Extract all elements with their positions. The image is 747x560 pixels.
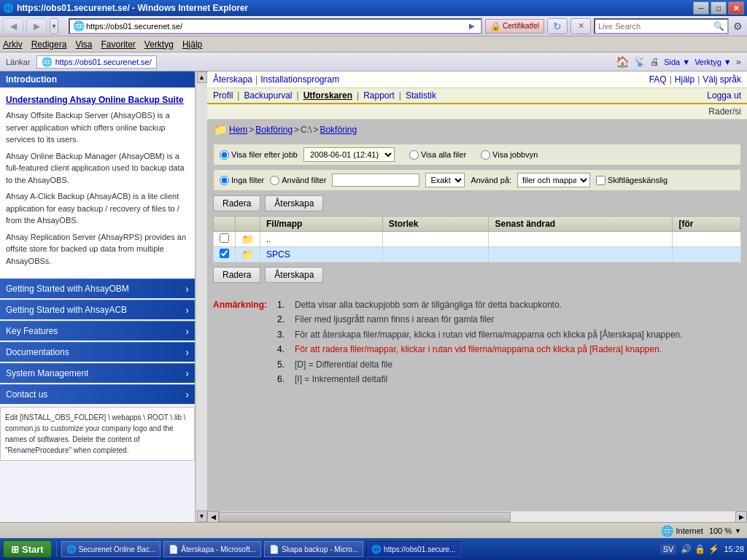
taskbar-icon-obs: 🌐 bbox=[371, 545, 382, 554]
maximize-button[interactable]: □ bbox=[711, 1, 727, 15]
job-date-select[interactable]: 2008-06-01 (12:41) bbox=[303, 147, 395, 162]
view-by-job-radio[interactable]: Visa filer efter jobb bbox=[220, 150, 298, 160]
menu-arkiv[interactable]: Arkiv bbox=[3, 39, 23, 50]
scroll-thumb[interactable] bbox=[219, 512, 511, 522]
no-filter-radio[interactable]: Inga filter bbox=[220, 176, 264, 185]
nav-hjalp[interactable]: Hjälp bbox=[675, 74, 694, 85]
nav-installationsprogram[interactable]: Installationsprogram bbox=[260, 74, 339, 85]
tab-backupurval[interactable]: Backupurval bbox=[244, 90, 292, 101]
row1-modified bbox=[489, 232, 673, 247]
nav-dropdown[interactable]: ▼ bbox=[50, 18, 58, 34]
case-sensitive-check[interactable]: Skiftlägeskänslig bbox=[596, 176, 667, 185]
menu-verktyg[interactable]: Verktyg bbox=[144, 39, 174, 50]
sidebar-getting-started-obm[interactable]: Getting Started with AhsayOBM › bbox=[0, 279, 195, 298]
tools-icon-btn[interactable]: Verktyg ▼ bbox=[694, 58, 732, 66]
menu-redigera[interactable]: Redigera bbox=[31, 39, 67, 50]
delete-button-1[interactable]: Radera bbox=[213, 195, 260, 211]
forward-button[interactable]: ▶ bbox=[26, 18, 47, 34]
logout-link[interactable]: Logga ut bbox=[707, 90, 741, 101]
row1-checkbox[interactable] bbox=[214, 232, 236, 247]
top-nav: Återskapa | Installationsprogram FAQ | H… bbox=[207, 71, 747, 88]
view-all-files-radio[interactable]: Visa alla filer bbox=[409, 150, 466, 160]
col-file-header[interactable]: Fil/mapp bbox=[260, 217, 383, 232]
close-button[interactable]: ✕ bbox=[728, 1, 744, 15]
spcs-link[interactable]: SPCS bbox=[266, 249, 290, 260]
menu-favoriter[interactable]: Favoriter bbox=[101, 39, 136, 50]
breadcrumb-bokforing2[interactable]: Bokföring bbox=[320, 125, 357, 135]
use-filter-radio[interactable]: Använd filter bbox=[270, 176, 326, 185]
print-icon[interactable]: 🖨 bbox=[650, 56, 659, 67]
address-go-btn[interactable]: ▶ bbox=[466, 22, 478, 30]
scroll-right-btn[interactable]: ▶ bbox=[735, 511, 747, 523]
sidebar-understanding-link[interactable]: Understanding Ahsay Online Backup Suite bbox=[6, 93, 189, 106]
cert-area: 🔒 Certifikatfel bbox=[485, 19, 544, 34]
address-input[interactable] bbox=[86, 22, 466, 31]
taskbar-btn-securenet[interactable]: 🌐 Securenet Online Bac... bbox=[61, 541, 161, 557]
sidebar-key-features[interactable]: Key Features › bbox=[0, 321, 195, 341]
sidebar-scroll-down[interactable]: ▼ bbox=[197, 510, 207, 522]
taskbar-label-securenet: Securenet Online Bac... bbox=[79, 545, 156, 553]
sidebar-scroll-up[interactable]: ▲ bbox=[197, 71, 207, 83]
sidebar-getting-started-acb[interactable]: Getting Started with AhsayACB › bbox=[0, 300, 195, 319]
taskbar-right: SV 🔊 🔒 ⚡ 15:28 bbox=[660, 544, 744, 554]
breadcrumb-bokforing1[interactable]: Bokföring bbox=[255, 125, 293, 135]
home-icon[interactable]: 🏠 bbox=[616, 55, 630, 69]
view-all-label: Visa alla filer bbox=[421, 150, 466, 159]
restore-button-1[interactable]: Återskapa bbox=[265, 195, 323, 211]
note-1: 1. Detta visar alla backupjobb som är ti… bbox=[277, 298, 683, 312]
toolbar-options-button[interactable]: ⚙ bbox=[732, 19, 744, 34]
search-input[interactable] bbox=[598, 22, 713, 31]
scroll-track bbox=[219, 512, 735, 522]
zoom-dropdown[interactable]: ▼ bbox=[735, 527, 741, 534]
links-bar-url[interactable]: 🌐 https://obs01.securenet.se/ bbox=[36, 55, 157, 69]
status-zoom[interactable]: 100 % ▼ bbox=[709, 526, 741, 535]
delete-button-2[interactable]: Radera bbox=[213, 267, 260, 283]
menu-hjalp[interactable]: Hjälp bbox=[182, 39, 202, 50]
refresh-button[interactable]: ↻ bbox=[547, 18, 568, 34]
rss-icon[interactable]: 📡 bbox=[634, 56, 646, 67]
links-label: Länkar bbox=[6, 58, 31, 66]
filter-type-select[interactable]: Exakt bbox=[425, 173, 465, 187]
breadcrumb-hem[interactable]: Hem bbox=[229, 125, 247, 135]
content-area: Återskapa | Installationsprogram FAQ | H… bbox=[207, 71, 747, 522]
nav-faq[interactable]: FAQ bbox=[649, 74, 667, 85]
sidebar-introduction-header[interactable]: Introduction bbox=[0, 71, 195, 88]
tab-profil[interactable]: Profil bbox=[213, 90, 233, 101]
col-modified-header[interactable]: Senast ändrad bbox=[489, 217, 673, 232]
cert-button[interactable]: 🔒 Certifikatfel bbox=[485, 19, 544, 34]
col-size-header[interactable]: Storlek bbox=[382, 217, 489, 232]
tab-sep2: | bbox=[297, 90, 299, 101]
scroll-left-btn[interactable]: ◀ bbox=[207, 511, 219, 523]
tab-statistik[interactable]: Statistik bbox=[406, 90, 436, 101]
breadcrumb: 📁 Hem > Bokföring > C:\ > Bokföring bbox=[207, 120, 747, 139]
minimize-button[interactable]: ─ bbox=[693, 1, 709, 15]
back-button[interactable]: ◀ bbox=[3, 18, 23, 34]
tab-rapport[interactable]: Rapport bbox=[363, 90, 395, 101]
menu-visa[interactable]: Visa bbox=[75, 39, 92, 50]
restore-button-2[interactable]: Återskapa bbox=[265, 267, 323, 283]
taskbar-btn-aterskapa[interactable]: 📄 Återskapa - Microsoft... bbox=[163, 541, 261, 557]
sidebar-contact-us[interactable]: Contact us › bbox=[0, 384, 195, 404]
page-icon-btn[interactable]: Sida ▼ bbox=[664, 58, 690, 66]
stop-button[interactable]: ✕ bbox=[570, 18, 591, 34]
sidebar-text-obs: Ahsay Offsite Backup Server (AhsayOBS) i… bbox=[6, 109, 189, 146]
notes-list: 1. Detta visar alla backupjobb som är ti… bbox=[277, 298, 683, 386]
nav-aterskapa[interactable]: Återskapa bbox=[213, 74, 252, 85]
apply-to-select[interactable]: filer och mappar bbox=[517, 173, 590, 187]
sidebar-system-management[interactable]: System Management › bbox=[0, 363, 195, 383]
expand-icon[interactable]: » bbox=[736, 56, 741, 67]
sidebar-text-acb: Ahsay A-Click Backup (AhsayACB) is a lit… bbox=[6, 190, 189, 227]
sidebar-documentations[interactable]: Documentations › bbox=[0, 342, 195, 362]
view-job-radio[interactable]: Visa jobbvyn bbox=[481, 150, 538, 160]
taskbar-btn-skapa[interactable]: 📄 Skapa backup - Micro... bbox=[264, 541, 363, 557]
arrow-icon-acb: › bbox=[185, 304, 189, 316]
col-extra-header[interactable]: [för bbox=[673, 217, 741, 232]
row2-checkbox[interactable] bbox=[214, 247, 236, 262]
ie-toolbar: ◀ ▶ ▼ 🌐 ▶ 🔒 Certifikatfel ↻ ✕ 🔍 ⚙ bbox=[0, 16, 747, 36]
filter-text-input[interactable] bbox=[332, 174, 419, 187]
taskbar-btn-obs[interactable]: 🌐 https://obs01.secure... bbox=[366, 541, 460, 557]
nav-valj-sprak[interactable]: Välj språk bbox=[703, 74, 741, 85]
tab-utforskaren[interactable]: Utforskaren bbox=[303, 90, 352, 101]
internet-label: Internet bbox=[676, 526, 703, 535]
start-button[interactable]: ⊞ Start bbox=[3, 540, 52, 558]
